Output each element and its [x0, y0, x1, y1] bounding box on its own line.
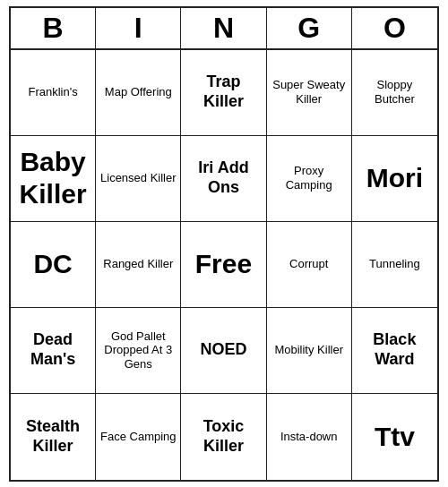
bingo-cell-16: God Pallet Dropped At 3 Gens — [96, 308, 181, 394]
header-letter-i: I — [96, 8, 181, 48]
bingo-cell-9: Mori — [352, 136, 437, 222]
header-letter-o: O — [352, 8, 437, 48]
bingo-cell-20: Stealth Killer — [11, 394, 96, 480]
bingo-cell-18: Mobility Killer — [267, 308, 352, 394]
bingo-cell-21: Face Camping — [96, 394, 181, 480]
bingo-cell-14: Tunneling — [352, 222, 437, 308]
bingo-cell-24: Ttv — [352, 394, 437, 480]
bingo-cell-5: Baby Killer — [11, 136, 96, 222]
bingo-header: BINGO — [11, 8, 437, 50]
header-letter-g: G — [267, 8, 352, 48]
bingo-cell-23: Insta-down — [267, 394, 352, 480]
bingo-cell-4: Sloppy Butcher — [352, 50, 437, 136]
bingo-cell-15: Dead Man's — [11, 308, 96, 394]
bingo-grid: Franklin'sMap OfferingTrap KillerSuper S… — [11, 50, 437, 480]
bingo-cell-6: Licensed Killer — [96, 136, 181, 222]
bingo-cell-2: Trap Killer — [181, 50, 266, 136]
bingo-cell-8: Proxy Camping — [267, 136, 352, 222]
bingo-cell-3: Super Sweaty Killer — [267, 50, 352, 136]
bingo-cell-19: Black Ward — [352, 308, 437, 394]
bingo-cell-11: Ranged Killer — [96, 222, 181, 308]
bingo-cell-22: Toxic Killer — [181, 394, 266, 480]
bingo-cell-1: Map Offering — [96, 50, 181, 136]
bingo-cell-13: Corrupt — [267, 222, 352, 308]
bingo-cell-0: Franklin's — [11, 50, 96, 136]
header-letter-b: B — [11, 8, 96, 48]
bingo-cell-10: DC — [11, 222, 96, 308]
bingo-card: BINGO Franklin'sMap OfferingTrap KillerS… — [9, 6, 439, 482]
bingo-cell-12: Free — [181, 222, 266, 308]
bingo-cell-7: Iri Add Ons — [181, 136, 266, 222]
header-letter-n: N — [181, 8, 266, 48]
bingo-cell-17: NOED — [181, 308, 266, 394]
